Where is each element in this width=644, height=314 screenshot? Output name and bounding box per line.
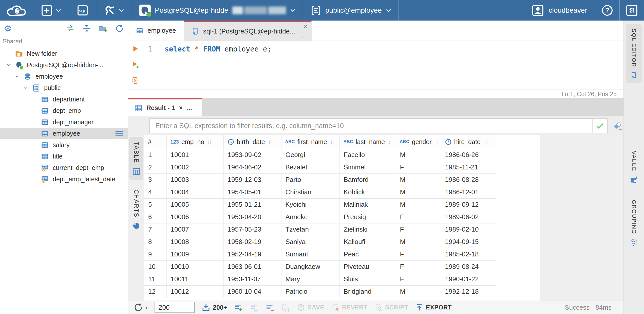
data-cell[interactable]: Koblick [339,186,396,198]
data-cell[interactable]: 1989-02-10 [441,223,496,236]
row-number-cell[interactable]: 4 [144,186,166,198]
row-number-cell[interactable]: 1 [144,149,166,161]
data-cell[interactable]: F [396,248,441,260]
tab-menu-dots[interactable]: ... [300,32,307,40]
revert-button[interactable]: REVERT [331,303,367,311]
data-cell[interactable]: 10011 [166,273,223,285]
data-cell[interactable]: F [396,223,441,236]
data-cell[interactable]: 10005 [166,198,223,211]
export-button[interactable]: EXPORT [415,303,452,311]
column-header-first_name[interactable]: ABCfirst_name↓↑ [281,135,339,149]
row-number-cell[interactable]: 8 [144,236,166,248]
data-cell[interactable]: F [396,161,441,173]
data-cell[interactable]: 1954-05-01 [223,186,281,198]
data-cell[interactable]: 10006 [166,211,223,223]
data-cell[interactable]: 1985-11-21 [441,161,496,173]
tree-item-dept-emp[interactable]: dept_emp [0,105,128,116]
data-cell[interactable]: 1953-09-02 [223,149,281,161]
data-cell[interactable]: Sumant [281,248,339,260]
data-cell[interactable]: Tzvetan [281,223,339,236]
column-header-emp_no[interactable]: 123emp_no↓↑ [166,135,223,149]
row-menu-icon[interactable] [115,130,123,137]
eraser-icon[interactable] [613,121,624,130]
data-cell[interactable]: Simmel [339,161,396,173]
data-cell[interactable]: Bridgland [339,285,396,298]
tree-item-employee[interactable]: employee [0,71,128,82]
data-cell[interactable]: M [396,149,441,161]
data-cell[interactable]: Kalloufi [339,236,396,248]
data-cell[interactable]: Georgi [281,149,339,161]
data-cell[interactable]: 1953-04-20 [223,211,281,223]
data-cell[interactable]: 10003 [166,173,223,186]
duplicate-row-button[interactable]: (+) [250,303,258,312]
tab-sql-editor-rail[interactable]: SQL EDITOR [626,24,642,83]
script-button[interactable]: SCRIPT [374,303,408,311]
add-row-button[interactable] [234,303,243,312]
schema-selector[interactable]: public@employee [303,0,399,21]
new-connection-button[interactable] [33,0,69,21]
row-number-cell[interactable]: 12 [144,285,166,298]
data-cell[interactable]: 1960-10-04 [223,285,281,298]
data-cell[interactable]: 1986-08-28 [441,173,496,186]
data-cell[interactable]: F [396,260,441,273]
tab-grouping-panel[interactable]: GROUPING [626,195,642,251]
tree-item-department[interactable]: department [0,94,128,105]
data-cell[interactable]: 1963-06-01 [223,260,281,273]
tree-item-dept-manager[interactable]: dept_manager [0,116,128,128]
user-menu[interactable]: cloudbeaver [524,0,595,21]
data-cell[interactable]: Maliniak [339,198,396,211]
data-cell[interactable]: 1986-06-26 [441,149,496,161]
tab-table[interactable]: TABLE [129,137,143,180]
new-folder-icon[interactable] [99,24,108,33]
row-number-cell[interactable]: 2 [144,161,166,173]
data-cell[interactable]: M [396,285,441,298]
data-cell[interactable]: Duangkaew [281,260,339,273]
sort-arrows-icon[interactable]: ↓↑ [207,138,211,145]
data-cell[interactable]: Bamford [339,173,396,186]
sql-code-area[interactable]: select * FROM employee e; [158,41,624,90]
data-cell[interactable]: 10010 [166,260,223,273]
data-cell[interactable]: 1990-01-22 [441,273,496,285]
data-cell[interactable]: 1959-12-03 [223,173,281,186]
refresh-icon[interactable] [115,24,124,33]
data-cell[interactable]: 1955-01-21 [223,198,281,211]
result-tab-menu-dots[interactable]: ... [187,104,192,112]
data-cell[interactable]: M [396,186,441,198]
tree-item-employee[interactable]: employee [0,128,128,139]
tab-charts[interactable]: CHARTS [129,184,143,234]
data-cell[interactable]: Piveteau [339,260,396,273]
column-header-birth_date[interactable]: birth_date↓↑ [223,135,281,149]
data-cell[interactable]: 1994-09-15 [441,236,496,248]
connection-selector[interactable]: PostgreSQL@ep-hidde [132,0,303,21]
data-cell[interactable]: Kyoichi [281,198,339,211]
sql-editor-button[interactable]: SQL [69,0,96,21]
refresh-result-button[interactable]: ▾ [134,303,147,312]
cloudbeaver-logo[interactable] [0,3,33,18]
sort-arrows-icon[interactable]: ↓↑ [330,138,334,145]
data-cell[interactable]: Mary [281,273,339,285]
data-cell[interactable]: Anneke [281,211,339,223]
apply-filter-button[interactable] [592,119,607,133]
data-cell[interactable]: Peac [339,248,396,260]
navigator-settings-icon[interactable]: ⚙ [4,24,12,33]
tab-value-panel[interactable]: VALUE [626,146,642,188]
data-cell[interactable]: 10009 [166,248,223,260]
tree-item-salary[interactable]: salary [0,139,128,151]
sort-arrows-icon[interactable]: ↓↑ [268,138,272,145]
tree-item-postgresql-ep-hidden[interactable]: PostgreSQL@ep-hidden-... [0,59,128,71]
data-cell[interactable]: M [396,173,441,186]
data-cell[interactable]: Saniya [281,236,339,248]
data-cell[interactable]: 1958-02-19 [223,236,281,248]
data-cell[interactable]: Bezalel [281,161,339,173]
data-cell[interactable]: 10004 [166,186,223,198]
data-cell[interactable]: Preusig [339,211,396,223]
data-cell[interactable]: Parto [281,173,339,186]
tab-sql-1[interactable]: sql-1 (PostgreSQL@ep-hidde... × ... [184,21,312,41]
row-number-cell[interactable]: 5 [144,198,166,211]
data-cell[interactable]: 10008 [166,236,223,248]
tree-item-title[interactable]: title [0,151,128,162]
filter-input[interactable] [150,119,592,133]
data-cell[interactable]: 1989-06-02 [441,211,496,223]
help-button[interactable]: ? [595,0,619,21]
data-cell[interactable]: 10012 [166,285,223,298]
